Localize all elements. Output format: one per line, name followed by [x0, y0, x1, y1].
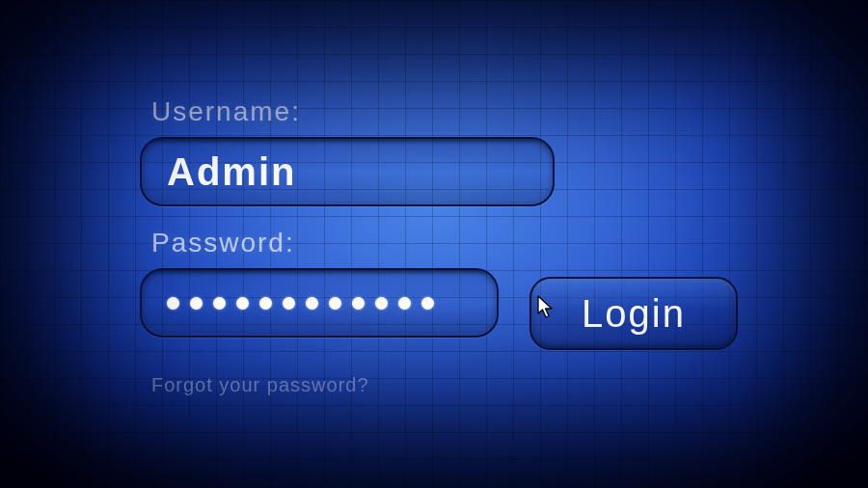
- password-input[interactable]: [140, 268, 499, 338]
- password-mask-dots: [167, 297, 434, 310]
- forgot-password-link[interactable]: Forgot your password?: [151, 374, 738, 396]
- username-label: Username:: [151, 96, 738, 127]
- login-screen: Username: Admin Password: Login Forgot y…: [0, 0, 868, 488]
- password-row: Login: [140, 268, 738, 359]
- password-label: Password:: [151, 228, 738, 258]
- login-form: Username: Admin Password: Login Forgot y…: [140, 96, 738, 396]
- login-button[interactable]: Login: [529, 277, 738, 350]
- username-input[interactable]: Admin: [140, 137, 555, 206]
